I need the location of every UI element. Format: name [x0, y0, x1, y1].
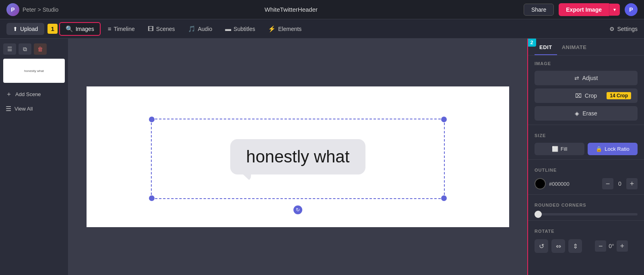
tab-audio[interactable]: 🎵 Audio	[182, 23, 218, 35]
erase-icon: ◈	[575, 110, 579, 117]
fill-button[interactable]: ⬜ Fill	[535, 143, 584, 155]
export-button[interactable]: Export Image	[559, 3, 609, 16]
rounded-corners-slider-thumb[interactable]	[535, 211, 542, 218]
tab-edit[interactable]: EDIT	[535, 39, 557, 55]
outline-color-swatch[interactable]	[535, 178, 546, 189]
rotate-value: 0°	[609, 243, 614, 249]
user-avatar-button[interactable]: P	[625, 3, 638, 16]
rounded-corners-slider-row	[528, 211, 644, 218]
adjust-button[interactable]: ⇄ Adjust	[535, 71, 638, 85]
scene-list-button[interactable]: ☰	[3, 43, 16, 55]
outline-color-label: #000000	[549, 181, 599, 187]
rotate-row: ↺ ⇔ ⇕ − 0° +	[528, 237, 644, 255]
adjust-icon: ⇄	[574, 75, 579, 81]
tab-images[interactable]: 🔍 Images	[59, 22, 101, 36]
tab-elements[interactable]: ⚡ Elements	[262, 23, 307, 35]
lock-ratio-label: Lock Ratio	[605, 146, 629, 152]
tab-subtitles[interactable]: ▬ Subtitles	[219, 23, 261, 35]
timeline-label: Timeline	[114, 26, 134, 32]
list-icon: ☰	[7, 46, 12, 52]
delete-icon: 🗑	[37, 46, 43, 52]
section-rounded-corners: ROUNDED CORNERS	[528, 197, 644, 211]
bubble-text: honestly what	[246, 147, 350, 166]
flip-h-button[interactable]: ⇔	[551, 239, 565, 253]
crop-label: Crop	[585, 92, 597, 99]
scene-duplicate-button[interactable]: ⧉	[19, 43, 31, 55]
rotate-handle[interactable]: ↻	[293, 205, 302, 214]
duplicate-icon: ⧉	[23, 46, 27, 53]
panel-badge-2: 2	[527, 39, 536, 47]
rotate-decrease-button[interactable]: −	[595, 240, 606, 252]
outline-decrease-button[interactable]: −	[602, 178, 613, 189]
subtitles-label: Subtitles	[233, 26, 255, 32]
badge-1: 1	[47, 24, 57, 34]
section-image: IMAGE	[528, 55, 644, 69]
scene-thumbnail[interactable]: honestly what	[3, 59, 65, 83]
scenes-icon: 🎞	[148, 25, 154, 32]
outline-row: #000000 − 0 +	[528, 176, 644, 192]
handle-top-right[interactable]	[441, 117, 447, 122]
rounded-corners-slider-track[interactable]	[535, 213, 638, 215]
divider-2	[528, 159, 644, 160]
list-view-icon: ☰	[6, 105, 11, 113]
right-panel: 2 EDIT ANIMATE IMAGE ⇄ Adjust ⌧ Crop 14 …	[527, 39, 644, 275]
settings-button[interactable]: ⚙ Settings	[609, 26, 638, 32]
rotate-increase-button[interactable]: +	[617, 240, 628, 252]
divider-4	[528, 220, 644, 221]
lock-ratio-button[interactable]: 🔒 Lock Ratio	[588, 143, 638, 155]
panel-tabs: EDIT ANIMATE	[528, 39, 644, 55]
fill-label: Fill	[561, 146, 568, 152]
handle-bottom-left[interactable]	[149, 195, 155, 201]
view-all-label: View All	[14, 106, 33, 112]
images-label: Images	[76, 26, 94, 32]
scene-controls: ☰ ⧉ 🗑	[3, 43, 65, 55]
erase-button[interactable]: ◈ Erase	[535, 106, 638, 121]
scenes-label: Scenes	[156, 26, 175, 32]
outline-value: 0	[616, 181, 624, 187]
canvas-area[interactable]: honestly what ↻	[68, 39, 527, 275]
upload-button[interactable]: ⬆ Upload	[6, 23, 44, 35]
fill-icon: ⬜	[552, 146, 558, 152]
upload-icon: ⬆	[13, 26, 18, 32]
thumb-text: honestly what	[24, 69, 44, 73]
breadcrumb-sep: >	[37, 6, 41, 13]
add-scene-action[interactable]: ＋ Add Scene	[3, 87, 65, 102]
lock-icon: 🔒	[596, 146, 602, 152]
outline-stepper: − 0 +	[602, 178, 638, 189]
audio-icon: 🎵	[188, 25, 196, 33]
breadcrumb-user[interactable]: Peter	[23, 6, 36, 13]
tab-scenes[interactable]: 🎞 Scenes	[142, 23, 181, 35]
handle-bottom-right[interactable]	[441, 195, 447, 201]
outline-increase-button[interactable]: +	[626, 178, 638, 189]
rotate-ccw-button[interactable]: ↺	[535, 239, 548, 253]
export-dropdown-button[interactable]: ▾	[609, 4, 620, 16]
size-row: ⬜ Fill 🔒 Lock Ratio	[528, 141, 644, 157]
settings-label: Settings	[617, 26, 638, 32]
main-area: ☰ ⧉ 🗑 honestly what ＋ Add Scene ☰ View A…	[0, 39, 644, 275]
view-all-action[interactable]: ☰ View All	[3, 102, 65, 116]
sidebar: ☰ ⧉ 🗑 honestly what ＋ Add Scene ☰ View A…	[0, 39, 68, 275]
section-rotate: ROTATE	[528, 223, 644, 237]
elements-icon: ⚡	[268, 25, 276, 33]
tab-animate[interactable]: ANIMATE	[557, 39, 592, 55]
crop-icon: ⌧	[575, 92, 582, 99]
share-button[interactable]: Share	[524, 4, 554, 16]
flip-v-button[interactable]: ⇕	[568, 239, 582, 253]
top-bar-left: P Peter > Studio	[6, 3, 58, 16]
elements-label: Elements	[278, 26, 301, 32]
toolbar: ⬆ Upload 1 🔍 Images ≡ Timeline 🎞 Scenes …	[0, 19, 644, 39]
add-icon: ＋	[6, 90, 12, 99]
handle-top-left[interactable]	[149, 117, 155, 122]
add-scene-label: Add Scene	[15, 91, 41, 97]
search-icon: 🔍	[66, 25, 73, 33]
rotate-value-display: − 0° +	[585, 240, 638, 252]
top-bar: P Peter > Studio WhiteTwitterHeader Shar…	[0, 0, 644, 19]
timeline-icon: ≡	[108, 25, 111, 32]
upload-label: Upload	[20, 26, 38, 32]
tab-timeline[interactable]: ≡ Timeline	[102, 23, 140, 35]
erase-label: Erase	[582, 110, 597, 117]
breadcrumb: Peter > Studio	[23, 6, 58, 13]
user-logo[interactable]: P	[6, 3, 19, 16]
scene-delete-button[interactable]: 🗑	[34, 43, 47, 55]
breadcrumb-page[interactable]: Studio	[43, 6, 59, 13]
